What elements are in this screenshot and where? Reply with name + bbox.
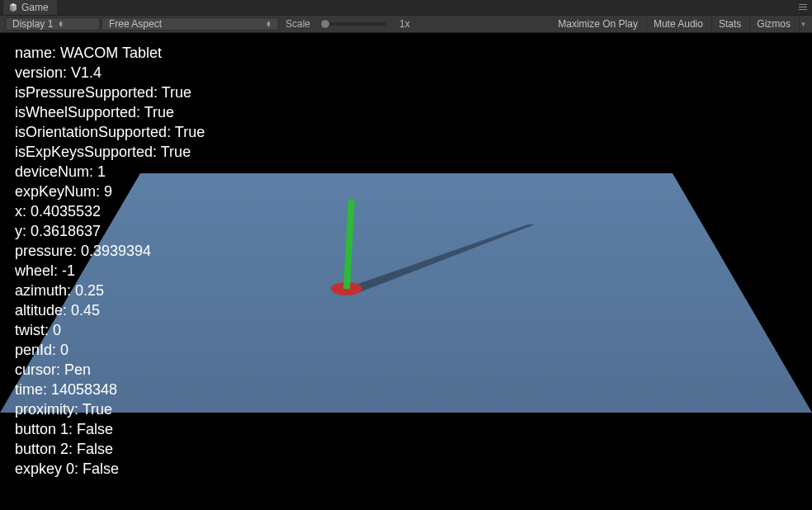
display-dropdown[interactable]: Display 1 ▲▼ xyxy=(5,17,100,31)
display-dropdown-label: Display 1 xyxy=(12,18,53,30)
scale-value: 1x xyxy=(391,18,415,30)
updown-icon: ▲▼ xyxy=(266,21,271,27)
unity-logo-icon xyxy=(8,2,18,12)
tab-options[interactable] xyxy=(799,3,812,12)
debug-overlay: name: WACOM Tablet version: V1.4 isPress… xyxy=(15,43,205,479)
scale-slider[interactable] xyxy=(320,22,386,26)
gizmos-button[interactable]: Gizmos xyxy=(749,17,797,31)
maximize-on-play-button[interactable]: Maximize On Play xyxy=(551,17,644,31)
updown-icon: ▲▼ xyxy=(58,21,64,27)
tab-menu-icon xyxy=(799,3,807,12)
mute-audio-button[interactable]: Mute Audio xyxy=(646,17,710,31)
slider-thumb[interactable] xyxy=(320,19,330,29)
game-tab[interactable]: Game xyxy=(3,0,57,15)
aspect-dropdown[interactable]: Free Aspect ▲▼ xyxy=(102,17,279,31)
svg-rect-2 xyxy=(799,9,807,10)
aspect-dropdown-label: Free Aspect xyxy=(109,18,162,30)
tab-bar: Game xyxy=(0,0,812,15)
stats-button[interactable]: Stats xyxy=(711,17,748,31)
gizmos-dropdown[interactable]: ▼ xyxy=(799,17,807,31)
svg-rect-1 xyxy=(799,7,807,7)
game-toolbar: Display 1 ▲▼ Free Aspect ▲▼ Scale 1x Max… xyxy=(0,15,812,33)
scale-label: Scale xyxy=(281,18,315,30)
svg-rect-0 xyxy=(799,4,807,5)
game-tab-label: Game xyxy=(21,2,49,13)
